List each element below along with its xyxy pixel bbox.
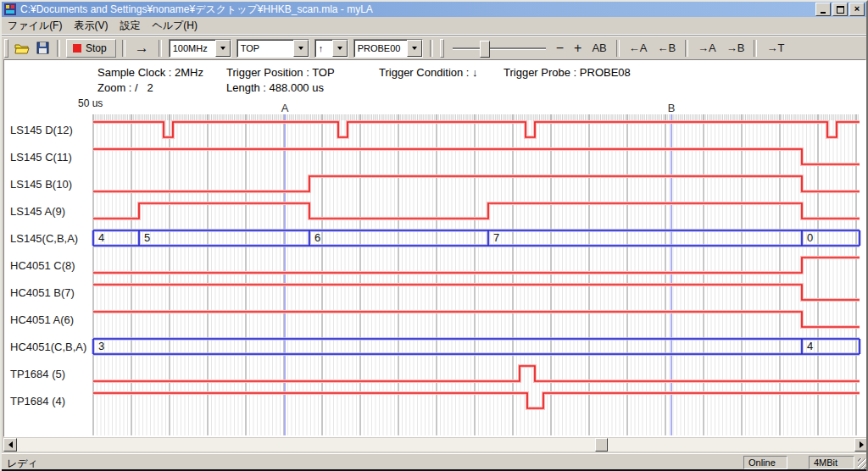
toolbar-separator: [57, 40, 60, 57]
toolbar-separator: [754, 40, 757, 57]
bus-value: 3: [98, 340, 104, 352]
minimize-icon: [821, 12, 826, 14]
trigger-edge-dropdown[interactable]: [332, 40, 348, 57]
open-file-button[interactable]: [12, 39, 32, 58]
set-cursor-a-button[interactable]: →A: [693, 40, 721, 56]
waveform-trace: [93, 258, 860, 273]
zoom-in-button[interactable]: +: [569, 39, 587, 58]
bus-value: 5: [144, 231, 150, 244]
close-button[interactable]: ×: [849, 3, 865, 16]
zoom-slider-track: [453, 47, 546, 50]
menu-bar: ファイル(F) 表示(V) 設定 ヘルプ(H): [2, 17, 866, 35]
chevron-down-icon: [298, 47, 303, 50]
toolbar-separator: [685, 40, 688, 57]
bus-value: 4: [807, 340, 813, 352]
trigger-position-combo[interactable]: TOP: [236, 39, 309, 58]
maximize-icon: [837, 6, 844, 14]
minimize-button[interactable]: [815, 3, 831, 16]
waveform-trace: [93, 366, 860, 381]
scroll-right-button[interactable]: [854, 438, 868, 452]
trigger-position-text: Trigger Position : TOP: [226, 66, 335, 79]
menu-file[interactable]: ファイル(F): [2, 17, 68, 35]
resize-grip[interactable]: [858, 458, 868, 469]
toolbar-grip: [440, 39, 444, 58]
probe-dropdown[interactable]: [407, 40, 422, 57]
goto-cursor-b-button[interactable]: ←B: [652, 40, 681, 56]
toolbar-separator: [616, 40, 620, 57]
scroll-left-button[interactable]: [3, 438, 17, 452]
save-button[interactable]: [32, 39, 53, 58]
bus-trace: [93, 339, 860, 354]
toolbar-separator: [122, 40, 125, 57]
scrollbar-thumb[interactable]: [595, 438, 608, 452]
toolbar-grip: [4, 39, 8, 58]
trace-halo: [93, 122, 860, 137]
sample-clock-text: Sample Clock : 2MHz: [97, 66, 203, 79]
bus-trace: [93, 230, 860, 246]
trace-halo: [93, 203, 860, 219]
cursor-a-label: A: [281, 102, 289, 114]
trigger-position-dropdown[interactable]: [293, 40, 309, 57]
trace-halo: [93, 366, 860, 381]
goto-trigger-button[interactable]: →T: [761, 40, 789, 56]
bus-value: 4: [98, 231, 104, 244]
chevron-down-icon: [337, 47, 342, 50]
trigger-edge-combo[interactable]: ↑: [314, 39, 348, 58]
menu-view[interactable]: 表示(V): [68, 17, 114, 35]
run-button[interactable]: →: [130, 38, 154, 58]
trace-halo: [93, 393, 860, 408]
horizontal-scrollbar[interactable]: [3, 438, 868, 452]
save-floppy-icon: [36, 42, 49, 54]
status-online: Online: [743, 456, 787, 469]
title-bar: C:¥Documents and Settings¥noname¥デスクトップ¥…: [2, 2, 866, 17]
trace-halo: [93, 149, 860, 164]
status-memory: 4MBit: [809, 456, 854, 469]
zoom-slider-thumb[interactable]: [480, 41, 490, 58]
waveform-trace: [93, 393, 860, 408]
goto-cursor-a-button[interactable]: ←A: [624, 40, 653, 56]
waveform-trace: [93, 312, 860, 327]
sample-rate-value: 100MHz: [170, 43, 215, 53]
waveform-trace: [93, 176, 860, 191]
waveform-plot: AB4567034: [2, 95, 868, 437]
waveform-trace: [93, 285, 860, 300]
probe-combo[interactable]: PROBE00: [353, 39, 423, 58]
stop-icon: [73, 44, 81, 53]
app-icon: [3, 3, 17, 16]
trigger-position-value: TOP: [237, 43, 293, 53]
zoom-slider[interactable]: [453, 40, 546, 57]
chevron-down-icon: [412, 47, 417, 50]
trigger-condition-text: Trigger Condition : ↓: [379, 66, 478, 79]
app-window: C:¥Documents and Settings¥noname¥デスクトップ¥…: [0, 0, 868, 471]
waveform-trace: [93, 122, 860, 137]
length-text: Length : 488.000 us: [226, 81, 324, 94]
open-folder-icon: [14, 42, 30, 54]
menu-help[interactable]: ヘルプ(H): [146, 17, 203, 35]
toolbar: Stop → 100MHz TOP ↑ PROBE00 − + AB: [2, 35, 866, 60]
trigger-edge-value: ↑: [315, 43, 332, 53]
bus-value: 0: [807, 231, 813, 244]
trace-halo: [93, 312, 860, 327]
sample-rate-dropdown[interactable]: [215, 40, 231, 57]
menu-settings[interactable]: 設定: [114, 17, 146, 35]
probe-value: PROBE00: [354, 43, 407, 53]
chevron-down-icon: [220, 47, 225, 50]
trigger-probe-text: Trigger Probe : PROBE08: [504, 66, 631, 79]
trace-halo: [93, 258, 860, 273]
bus-halo: [93, 230, 860, 246]
window-title: C:¥Documents and Settings¥noname¥デスクトップ¥…: [20, 3, 814, 17]
zoom-out-button[interactable]: −: [551, 39, 569, 58]
sample-rate-combo[interactable]: 100MHz: [169, 39, 231, 58]
zoom-text: Zoom : / 2: [97, 81, 153, 94]
arrow-left-icon: [8, 441, 13, 448]
close-icon: ×: [854, 4, 860, 14]
waveform-trace: [93, 203, 860, 219]
stop-button[interactable]: Stop: [66, 39, 116, 58]
wave-panel: 50 us LS145 D(12)LS145 C(11)LS145 B(10)L…: [2, 95, 868, 437]
trace-halo: [93, 285, 860, 300]
waveform-trace: [93, 149, 860, 164]
ab-range-button[interactable]: AB: [587, 40, 611, 56]
maximize-button[interactable]: [832, 3, 848, 16]
set-cursor-b-button[interactable]: →B: [721, 40, 750, 56]
cursor-b-label: B: [668, 102, 676, 114]
